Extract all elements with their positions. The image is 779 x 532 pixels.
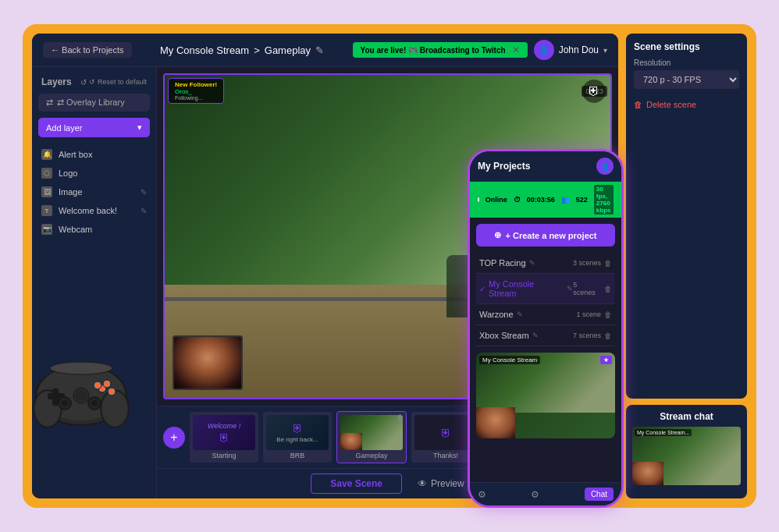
scene-preview-brb: ⛨ Be right back... <box>266 415 329 450</box>
header: ← Back to Projects My Console Stream > G… <box>32 34 618 67</box>
phone-preview: My Console Stream ★ <box>476 353 615 438</box>
reset-button[interactable]: ↺ ↺ Reset to default <box>80 78 147 87</box>
edit-warzone[interactable]: ✎ <box>517 310 523 318</box>
settings-icon2[interactable]: ⚙ <box>531 489 539 500</box>
layer-label-image: Image <box>59 187 83 197</box>
thumbnail-preview: My Console Stream... <box>632 427 741 485</box>
add-layer-label: Add layer <box>46 123 82 133</box>
avatar-icon: 👤 <box>539 45 550 55</box>
project-item-xbox-stream[interactable]: Xbox Stream ✎ 7 scenes 🗑 <box>476 325 615 346</box>
webcam-face <box>174 337 241 388</box>
edit-xbox[interactable]: ✎ <box>532 332 539 339</box>
svg-point-9 <box>76 390 87 401</box>
scene-thumb-gameplay[interactable]: Gameplay 🗑 <box>336 411 407 463</box>
create-icon: ⊕ <box>494 230 501 240</box>
delete-top-racing[interactable]: 🗑 <box>604 259 612 268</box>
delete-console[interactable]: 🗑 <box>604 285 612 293</box>
brb-icon: ⛨ <box>292 422 303 434</box>
svg-point-17 <box>95 383 101 388</box>
user-name: John Dou <box>559 44 599 55</box>
layer-item-image[interactable]: 🖼 Image ✎ <box>32 183 156 201</box>
delete-gameplay-button[interactable]: 🗑 <box>397 413 404 422</box>
project-item-top-racing[interactable]: TOP Racing ✎ 3 scenes 🗑 <box>476 253 615 274</box>
gamepad-svg <box>30 353 132 431</box>
scene-label-thanks: Thanks! <box>433 452 458 459</box>
chat-button[interactable]: Chat <box>585 488 614 501</box>
live-badge: You are live! 🎮 Broadcasting to Twitch ✕ <box>353 42 528 58</box>
back-button[interactable]: ← Back to Projects <box>43 42 132 58</box>
scene-settings: Scene settings Resolution 360 p - 30 FPS… <box>626 34 747 399</box>
scene-thumb-starting[interactable]: Welcome ! ⛨ Starting <box>190 412 258 463</box>
save-scene-button[interactable]: Save Scene <box>311 473 402 494</box>
project-name-console-stream: ✓ My Console Stream ✎ <box>479 279 573 298</box>
chat-title: Stream chat <box>632 411 741 422</box>
create-label: + Create a new project <box>505 231 596 240</box>
alert-box-icon: 🔔 <box>41 149 52 160</box>
close-live-button[interactable]: ✕ <box>512 44 520 55</box>
edit-top-racing[interactable]: ✎ <box>529 259 535 267</box>
layer-item-alert-box[interactable]: 🔔 Alert box <box>32 145 156 164</box>
project-item-warzone[interactable]: Warzone ✎ 1 scene 🗑 <box>476 304 615 325</box>
welcome-text-icon: T <box>41 205 52 216</box>
scene-label-starting: Starting <box>212 452 236 459</box>
clock-icon: ⏱ <box>514 196 521 204</box>
active-checkmark: ✓ <box>479 285 486 293</box>
phone-preview-badge: ★ <box>600 356 612 364</box>
phone-avatar-icon: 👤 <box>600 162 610 171</box>
scene-label-brb: BRB <box>290 452 305 459</box>
layer-item-logo[interactable]: ⬡ Logo <box>32 164 156 183</box>
svg-point-13 <box>109 389 115 395</box>
layer-item-webcam[interactable]: 📷 Webcam <box>32 220 156 239</box>
overlay-library-button[interactable]: ⇄ ⇄ Overlay Library <box>38 94 150 112</box>
resolution-select[interactable]: 360 p - 30 FPS 480 p - 30 FPS 720 p - 30… <box>634 70 739 89</box>
brb-text: Be right back... <box>276 436 318 443</box>
add-layer-button[interactable]: Add layer ▾ <box>38 118 150 137</box>
image-edit-icon: ✎ <box>141 188 147 197</box>
settings-icon[interactable]: ⚙ <box>478 489 486 500</box>
project-name-warzone: Warzone ✎ <box>479 310 523 319</box>
preview-button[interactable]: 👁 Preview <box>418 478 464 489</box>
status-text: Online <box>486 196 507 204</box>
phone-title: My Projects <box>478 161 530 172</box>
follower-alert: New Follower! Oros_ Following... <box>168 78 224 104</box>
sidebar: Layers ↺ ↺ Reset to default ⇄ ⇄ Overlay … <box>32 67 157 498</box>
add-layer-chevron: ▾ <box>137 122 142 133</box>
project-scenes-warzone: 1 scene 🗑 <box>576 310 612 319</box>
svg-point-15 <box>105 381 110 387</box>
delete-warzone[interactable]: 🗑 <box>604 310 612 319</box>
scene-thumb-brb[interactable]: ⛨ Be right back... BRB <box>263 412 332 463</box>
phone-preview-label: My Console Stream <box>479 356 540 364</box>
phone-header: My Projects 👤 <box>470 151 621 182</box>
outer-frame: ← Back to Projects My Console Stream > G… <box>23 24 756 508</box>
phone-overlay: My Projects 👤 Online ⏱ 00:03:56 👥 522 30… <box>468 149 624 508</box>
layer-item-welcome[interactable]: T Welcome back! ✎ <box>32 201 156 220</box>
edit-scene-icon[interactable]: ✎ <box>315 44 324 56</box>
create-project-button[interactable]: ⊕ + Create a new project <box>476 224 615 246</box>
back-label: ← Back to Projects <box>51 45 124 55</box>
status-viewers: 522 <box>576 196 588 204</box>
thanks-icon: ⛨ <box>440 427 451 439</box>
image-icon: 🖼 <box>41 186 52 197</box>
viewers-icon: 👥 <box>561 196 570 204</box>
helmet-logo: ⛨ <box>582 80 606 103</box>
project-scenes-top-racing: 3 scenes 🗑 <box>573 259 612 268</box>
edit-console[interactable]: ✎ <box>567 285 573 293</box>
phone-content: ⊕ + Create a new project TOP Racing ✎ 3 … <box>470 218 621 445</box>
scene-name: Gameplay <box>265 44 311 56</box>
project-scenes-xbox: 7 scenes 🗑 <box>573 332 612 340</box>
alert-name: Oros_ <box>175 88 217 95</box>
svg-point-20 <box>62 400 68 406</box>
scene-preview-starting: Welcome ! ⛨ <box>193 415 255 450</box>
add-scene-button[interactable]: + <box>163 427 185 449</box>
delete-xbox[interactable]: 🗑 <box>604 332 612 340</box>
layer-label-alert: Alert box <box>59 150 92 159</box>
project-item-console-stream[interactable]: ✓ My Console Stream ✎ 5 scenes 🗑 <box>476 274 615 304</box>
save-label: Save Scene <box>330 478 382 489</box>
delete-scene-button[interactable]: 🗑 Delete scene <box>634 97 696 112</box>
user-chevron: ▾ <box>603 46 607 55</box>
starting-icon: ⛨ <box>219 431 229 444</box>
status-time: 00:03:56 <box>527 196 555 204</box>
phone-preview-face <box>476 407 515 438</box>
alert-msg: Following... <box>175 95 217 101</box>
preview-label: Preview <box>431 478 464 489</box>
